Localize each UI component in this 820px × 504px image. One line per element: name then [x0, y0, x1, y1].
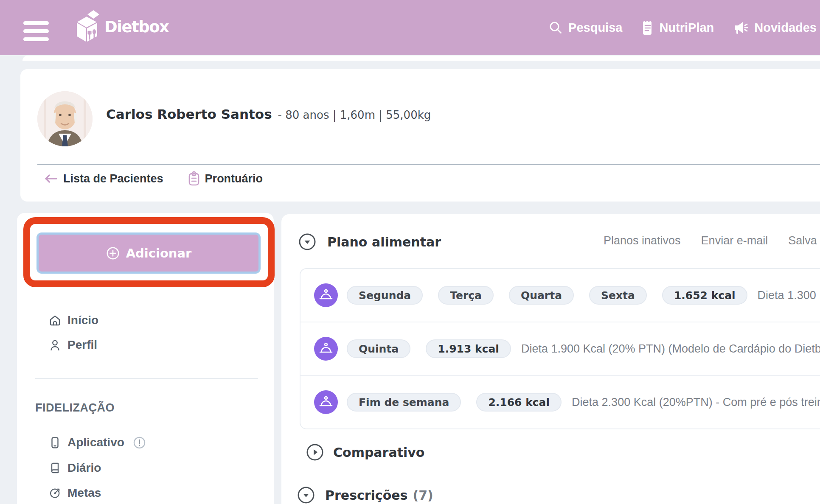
plan-description: Dieta 2.300 Kcal (20%PTN) - Com pré e pó…: [572, 396, 820, 409]
sidebar-divider: [35, 378, 258, 379]
sidebar-item-perfil[interactable]: Perfil: [48, 336, 97, 354]
chevron-down-circle-icon: [298, 233, 316, 251]
sidebar-item-inicio[interactable]: Início: [48, 311, 98, 330]
sidebar-item-label: Diário: [67, 461, 101, 475]
day-pill: Sexta: [589, 286, 647, 305]
app-header: Dietbox Pesquisa NutriPlan: [0, 0, 820, 55]
salvar-link[interactable]: Salva: [788, 234, 817, 247]
day-pill: Terça: [438, 286, 494, 305]
sidebar-section-title: FIDELIZAÇÃO: [35, 401, 115, 414]
enviar-email-link[interactable]: Enviar e-mail: [701, 234, 768, 247]
section-title: Prescrições: [325, 488, 407, 503]
prescricoes-toggle[interactable]: Prescrições (7): [297, 486, 433, 504]
comparativo-toggle[interactable]: Comparativo: [306, 443, 424, 461]
brand-logo[interactable]: Dietbox: [71, 9, 168, 44]
sidebar-item-label: Início: [67, 314, 98, 327]
nav-label: NutriPlan: [659, 21, 714, 35]
prontuario-link[interactable]: Prontuário: [188, 171, 263, 186]
patient-meta: - 80 anos | 1,60m | 55,00kg: [278, 109, 431, 121]
patient-header-card: Carlos Roberto Santos - 80 anos | 1,60m …: [20, 69, 820, 202]
day-pill: Quarta: [509, 286, 574, 305]
target-icon: [48, 487, 62, 500]
back-link-label: Lista de Pacientes: [63, 172, 163, 185]
nav-nutriplan[interactable]: NutriPlan: [642, 20, 714, 35]
plan-description: Dieta 1.900 Kcal (20% PTN) (Modelo de Ca…: [521, 342, 820, 356]
kcal-pill: 1.913 kcal: [426, 339, 511, 358]
nav-pesquisa[interactable]: Pesquisa: [548, 20, 622, 35]
divider: [37, 164, 820, 165]
clipboard-plus-icon: [188, 171, 200, 186]
plan-list-card: SegundaTerçaQuartaSexta1.652 kcal Dieta …: [300, 268, 820, 429]
plus-circle-icon: [106, 246, 120, 260]
plan-row[interactable]: SegundaTerçaQuartaSexta1.652 kcal Dieta …: [300, 269, 820, 322]
nav-label: Novidades: [754, 21, 817, 35]
chevron-right-circle-icon: [306, 443, 324, 461]
hamburger-menu-icon[interactable]: [23, 21, 49, 41]
home-icon: [48, 314, 62, 327]
day-pill: Segunda: [347, 286, 423, 305]
search-icon: [548, 20, 563, 35]
dietbox-cube-icon: [71, 9, 101, 44]
add-button[interactable]: Adicionar: [37, 232, 261, 274]
section-count: (7): [413, 488, 433, 503]
phone-icon: [48, 436, 62, 449]
sidebar-item-diario[interactable]: Diário: [48, 459, 101, 477]
brand-name: Dietbox: [104, 18, 168, 36]
person-icon: [48, 339, 62, 352]
day-pill: Quinta: [347, 339, 410, 358]
sidebar-item-label: Aplicativo: [67, 436, 124, 449]
section-title: Plano alimentar: [327, 235, 441, 249]
sidebar-item-metas[interactable]: Metas: [48, 484, 101, 502]
book-icon: [48, 462, 62, 475]
patient-name: Carlos Roberto Santos: [106, 106, 272, 122]
plan-description: Dieta 1.300 Kcal (20%: [758, 289, 820, 302]
scrolled-card-edge: [22, 56, 820, 61]
record-link-label: Prontuário: [205, 172, 263, 185]
patient-avatar: [37, 91, 93, 146]
megaphone-icon: [733, 20, 749, 35]
pill-list: Quinta1.913 kcal: [347, 339, 511, 358]
back-arrow-icon: [44, 174, 58, 184]
plan-header-links: Planos inativos Enviar e-mail Salva: [604, 234, 817, 247]
back-to-patient-list-link[interactable]: Lista de Pacientes: [44, 172, 163, 185]
chevron-down-circle-icon: [297, 486, 315, 504]
section-title: Comparativo: [333, 445, 424, 460]
meal-dome-icon: [314, 390, 338, 414]
planos-inativos-link[interactable]: Planos inativos: [604, 234, 681, 247]
meal-dome-icon: [314, 283, 338, 307]
alert-circle-icon: [133, 436, 146, 449]
pill-list: Fim de semana2.166 kcal: [347, 393, 562, 412]
sidebar-item-label: Perfil: [67, 338, 97, 352]
day-pill: Fim de semana: [347, 393, 461, 412]
kcal-pill: 2.166 kcal: [476, 393, 562, 412]
plan-row[interactable]: Quinta1.913 kcal Dieta 1.900 Kcal (20% P…: [300, 322, 820, 375]
add-button-label: Adicionar: [126, 246, 192, 260]
nutriplan-icon: [642, 20, 654, 35]
plan-row[interactable]: Fim de semana2.166 kcal Dieta 2.300 Kcal…: [300, 375, 820, 428]
sidebar-item-aplicativo[interactable]: Aplicativo: [48, 433, 146, 452]
nav-novidades[interactable]: Novidades: [733, 20, 817, 35]
pill-list: SegundaTerçaQuartaSexta1.652 kcal: [347, 286, 747, 305]
kcal-pill: 1.652 kcal: [662, 286, 747, 305]
header-nav: Pesquisa NutriPlan: [548, 0, 817, 55]
meal-dome-icon: [314, 337, 338, 361]
nav-label: Pesquisa: [568, 21, 622, 35]
sidebar-item-label: Metas: [67, 486, 101, 500]
plano-alimentar-toggle[interactable]: Plano alimentar: [298, 233, 441, 251]
